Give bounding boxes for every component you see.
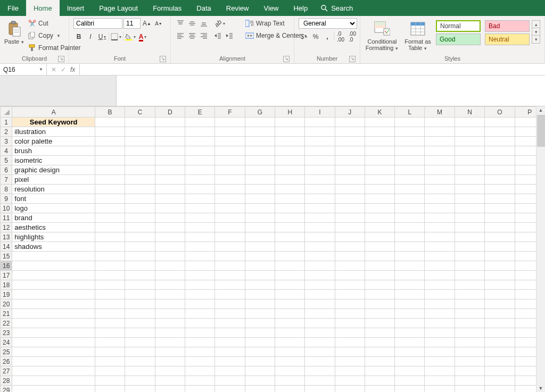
cell-M20[interactable] — [425, 299, 455, 309]
cell-J10[interactable] — [335, 204, 365, 213]
row-header-18[interactable]: 18 — [1, 280, 12, 290]
cell-D1[interactable] — [155, 118, 185, 127]
cell-A3[interactable]: color palette — [12, 137, 95, 146]
row-header-2[interactable]: 2 — [1, 127, 12, 137]
cell-O29[interactable] — [485, 386, 515, 393]
cell-F21[interactable] — [215, 309, 245, 319]
cell-F6[interactable] — [215, 165, 245, 175]
cell-G18[interactable] — [245, 280, 275, 290]
cell-O15[interactable] — [485, 252, 515, 261]
cell-J3[interactable] — [335, 137, 365, 146]
cell-L1[interactable] — [395, 118, 425, 127]
cell-I3[interactable] — [305, 137, 335, 146]
cell-O19[interactable] — [485, 290, 515, 299]
cell-F7[interactable] — [215, 175, 245, 185]
cell-L10[interactable] — [395, 204, 425, 213]
cell-L18[interactable] — [395, 280, 425, 290]
cell-I5[interactable] — [305, 156, 335, 165]
cell-L26[interactable] — [395, 357, 425, 366]
cell-F29[interactable] — [215, 386, 245, 393]
cell-N12[interactable] — [455, 223, 484, 232]
cell-I17[interactable] — [305, 271, 335, 280]
style-neutral[interactable]: Neutral — [485, 34, 530, 45]
cell-A23[interactable] — [12, 328, 95, 338]
cell-G16[interactable] — [245, 261, 275, 271]
cell-I21[interactable] — [305, 309, 335, 319]
cell-E10[interactable] — [185, 204, 215, 213]
cell-K10[interactable] — [365, 204, 394, 213]
cell-G20[interactable] — [245, 299, 275, 309]
cell-K20[interactable] — [365, 299, 394, 309]
row-header-24[interactable]: 24 — [1, 338, 12, 347]
row-header-14[interactable]: 14 — [1, 242, 12, 252]
cell-G1[interactable] — [245, 118, 275, 127]
cell-B22[interactable] — [95, 319, 125, 328]
cell-B25[interactable] — [95, 347, 125, 357]
cell-B27[interactable] — [95, 366, 125, 376]
cell-I26[interactable] — [305, 357, 335, 366]
col-header-J[interactable]: J — [335, 107, 365, 118]
row-header-7[interactable]: 7 — [1, 175, 12, 185]
cell-E12[interactable] — [185, 223, 215, 232]
cell-L9[interactable] — [395, 194, 425, 204]
font-name-input[interactable] — [73, 18, 122, 29]
row-header-27[interactable]: 27 — [1, 366, 12, 376]
cell-J5[interactable] — [335, 156, 365, 165]
cell-K1[interactable] — [365, 118, 394, 127]
cell-H13[interactable] — [275, 232, 305, 242]
cell-N10[interactable] — [455, 204, 484, 213]
cell-L15[interactable] — [395, 252, 425, 261]
cell-E29[interactable] — [185, 386, 215, 393]
cell-J4[interactable] — [335, 146, 365, 156]
cell-B1[interactable] — [95, 118, 125, 127]
cell-M14[interactable] — [425, 242, 455, 252]
cell-C12[interactable] — [125, 223, 155, 232]
cell-K19[interactable] — [365, 290, 394, 299]
cell-H22[interactable] — [275, 319, 305, 328]
orientation-button[interactable]: ab▾ — [212, 18, 227, 29]
cell-H11[interactable] — [275, 213, 305, 223]
cell-D27[interactable] — [155, 366, 185, 376]
cell-G9[interactable] — [245, 194, 275, 204]
cell-D14[interactable] — [155, 242, 185, 252]
tab-insert[interactable]: Insert — [60, 0, 92, 16]
tab-data[interactable]: Data — [189, 0, 218, 16]
row-header-10[interactable]: 10 — [1, 204, 12, 213]
cell-G25[interactable] — [245, 347, 275, 357]
styles-more-button[interactable]: ▾ — [532, 36, 540, 43]
align-right-button[interactable] — [199, 30, 209, 41]
align-top-button[interactable] — [175, 18, 186, 29]
cell-K21[interactable] — [365, 309, 394, 319]
cell-D29[interactable] — [155, 386, 185, 393]
cell-D10[interactable] — [155, 204, 185, 213]
cell-K25[interactable] — [365, 347, 394, 357]
cell-B6[interactable] — [95, 165, 125, 175]
cell-N21[interactable] — [455, 309, 484, 319]
cell-B16[interactable] — [95, 261, 125, 271]
cell-C14[interactable] — [125, 242, 155, 252]
cell-G3[interactable] — [245, 137, 275, 146]
cell-B17[interactable] — [95, 271, 125, 280]
cell-H21[interactable] — [275, 309, 305, 319]
cell-K29[interactable] — [365, 386, 394, 393]
cell-E8[interactable] — [185, 185, 215, 194]
tab-file[interactable]: File — [0, 0, 26, 16]
cell-B26[interactable] — [95, 357, 125, 366]
cell-E18[interactable] — [185, 280, 215, 290]
alignment-launcher[interactable]: ↘ — [283, 56, 290, 62]
cell-D15[interactable] — [155, 252, 185, 261]
cell-M10[interactable] — [425, 204, 455, 213]
cell-N3[interactable] — [455, 137, 484, 146]
cell-I15[interactable] — [305, 252, 335, 261]
cell-D13[interactable] — [155, 232, 185, 242]
cell-G8[interactable] — [245, 185, 275, 194]
cell-F8[interactable] — [215, 185, 245, 194]
cell-C29[interactable] — [125, 386, 155, 393]
cell-N20[interactable] — [455, 299, 484, 309]
cell-N7[interactable] — [455, 175, 484, 185]
cell-G6[interactable] — [245, 165, 275, 175]
cell-M18[interactable] — [425, 280, 455, 290]
cell-C4[interactable] — [125, 146, 155, 156]
cell-M9[interactable] — [425, 194, 455, 204]
cell-L28[interactable] — [395, 376, 425, 386]
